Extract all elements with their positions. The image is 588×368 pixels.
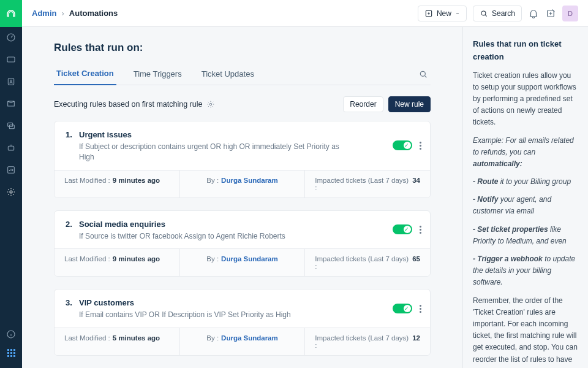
new-dropdown-button[interactable]: New [418, 6, 467, 21]
rule-title: Social media enquiries [79, 220, 165, 229]
bot-icon[interactable] [6, 142, 17, 153]
search-button[interactable]: Search [473, 6, 522, 21]
tabs: Ticket Creation Time Triggers Ticket Upd… [54, 64, 431, 85]
chevron-right-icon: › [61, 9, 64, 18]
rule-modified: 9 minutes ago [113, 177, 160, 191]
rule-author[interactable]: Durga Sundaram [221, 177, 278, 191]
reorder-button[interactable]: Reorder [343, 96, 383, 112]
svg-point-10 [481, 10, 486, 15]
rule-number: 3. [66, 298, 74, 307]
rule-modified: 9 minutes ago [113, 255, 160, 270]
info-paragraph: Ticket creation rules allow you to setup… [473, 70, 578, 129]
rule-card[interactable]: 3. VIP customers If Email contains VIP O… [54, 289, 431, 356]
gear-icon[interactable] [206, 100, 215, 109]
execution-mode-text: Executing rules based on first matching … [54, 100, 203, 109]
breadcrumb-root[interactable]: Admin [32, 9, 56, 18]
rules-list: 1. Urgent issues If Subject or descripti… [54, 121, 431, 368]
page-title: Rules that run on: [54, 42, 431, 54]
notifications-icon[interactable] [528, 8, 539, 19]
brand-logo[interactable] [0, 0, 22, 27]
rule-number: 1. [66, 130, 74, 139]
breadcrumb: Admin › Automations [32, 9, 118, 18]
side-rail [0, 0, 22, 368]
svg-rect-1 [7, 57, 15, 62]
search-button-label: Search [492, 9, 515, 18]
svg-rect-6 [8, 146, 13, 150]
apps-grid-icon[interactable] [7, 348, 15, 357]
info-bullet: - Route it to your Billing group [473, 176, 578, 188]
contacts-icon[interactable] [6, 76, 17, 87]
rule-number: 2. [66, 220, 74, 229]
rule-impacted-count: 34 [412, 177, 420, 191]
info-paragraph: Remember, the order of the 'Ticket Creat… [473, 295, 578, 368]
info-bullet: - Notify your agent, and customer via em… [473, 194, 578, 217]
rule-card[interactable]: 1. Urgent issues If Subject or descripti… [54, 121, 431, 198]
svg-point-8 [10, 191, 12, 193]
rule-toggle[interactable]: ✓ [393, 304, 412, 313]
tab-time-triggers[interactable]: Time Triggers [131, 64, 184, 85]
new-button-label: New [437, 9, 451, 18]
rule-impacted-count: 65 [412, 255, 420, 270]
rule-modified: 5 minutes ago [113, 334, 160, 349]
rule-description: If Email contains VIP OR If Description … [79, 310, 342, 320]
whats-new-icon[interactable] [545, 8, 556, 19]
rule-card[interactable]: 2. Social media enquiries If Source is t… [54, 210, 431, 277]
svg-point-3 [10, 80, 12, 82]
search-icon [480, 9, 488, 18]
rule-author[interactable]: Durga Sundaram [221, 255, 278, 270]
rule-menu-icon[interactable] [420, 305, 421, 313]
rule-toggle[interactable]: ✓ [393, 140, 412, 150]
svg-point-12 [420, 71, 425, 76]
rule-impacted-count: 12 [412, 334, 420, 349]
info-title: Rules that run on ticket creation [473, 38, 578, 64]
info-example: Example: For all emails related to refun… [473, 135, 578, 171]
rule-description: If Source is twitter OR facebook Assign … [79, 231, 342, 242]
rule-author[interactable]: Durga Sundaram [221, 334, 278, 349]
rule-description: If Subject or description contains urgen… [79, 142, 342, 163]
reports-icon[interactable] [6, 164, 17, 175]
rule-menu-icon[interactable] [420, 226, 421, 234]
tickets-icon[interactable] [6, 54, 17, 65]
search-rules-icon[interactable] [416, 67, 431, 82]
rule-toggle[interactable]: ✓ [393, 224, 412, 234]
svg-point-13 [209, 103, 212, 105]
dashboard-icon[interactable] [6, 32, 17, 43]
topbar: Admin › Automations New Search [22, 0, 588, 27]
rule-title: Urgent issues [79, 130, 132, 139]
info-bullet: - Trigger a webhook to update the detail… [473, 253, 578, 289]
rule-menu-icon[interactable] [420, 142, 421, 150]
tab-ticket-updates[interactable]: Ticket Updates [199, 64, 257, 85]
info-panel: Rules that run on ticket creation Ticket… [462, 27, 588, 368]
new-rule-button[interactable]: New rule [388, 96, 431, 112]
info-icon[interactable] [6, 329, 17, 340]
user-avatar[interactable]: D [562, 6, 578, 21]
solutions-icon[interactable] [6, 98, 17, 109]
chevron-down-icon [455, 11, 460, 16]
admin-settings-icon[interactable] [6, 186, 17, 197]
rule-title: VIP customers [79, 298, 134, 307]
forums-icon[interactable] [6, 120, 17, 131]
tab-ticket-creation[interactable]: Ticket Creation [54, 64, 116, 85]
breadcrumb-current: Automations [69, 9, 118, 18]
info-bullet: - Set ticket properties like Priority to… [473, 224, 578, 247]
